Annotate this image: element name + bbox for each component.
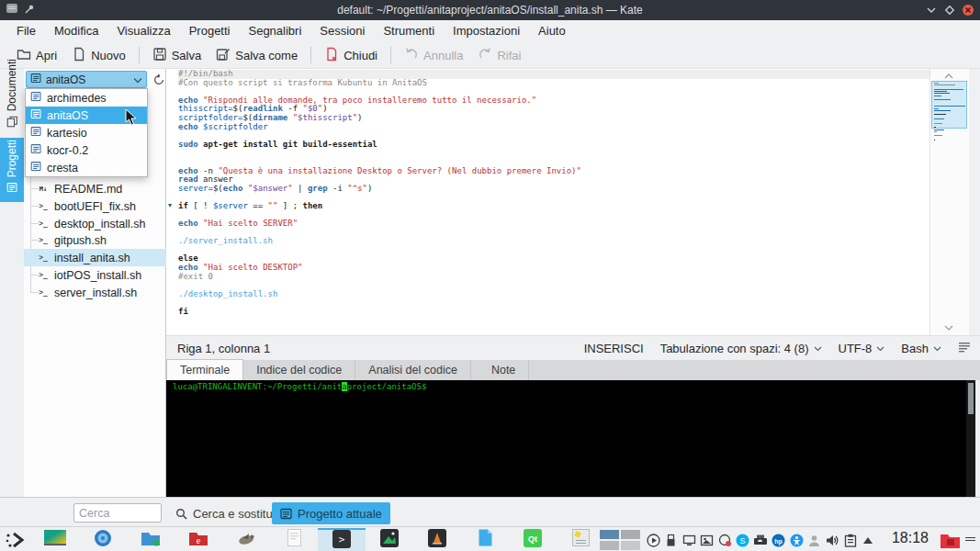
current-project-tab[interactable]: Progetto attuale (272, 502, 390, 524)
terminal-app-task[interactable]: > (318, 528, 366, 551)
file-server-install-sh[interactable]: >_server_install.sh (24, 284, 166, 301)
rifai-button[interactable]: Rifai (470, 44, 528, 67)
dropdown-item-label: archimedes (47, 92, 107, 105)
file-iotpos-install-sh[interactable]: >_iotPOS_install.sh (24, 266, 166, 284)
salva-button[interactable]: Salva (145, 44, 209, 67)
volume-tray-icon[interactable] (825, 533, 839, 547)
minimize-icon[interactable] (923, 2, 940, 18)
bird-app-task[interactable] (222, 528, 270, 551)
shell-script-icon: >_ (37, 253, 50, 262)
dropdown-item-kocr-0-2[interactable]: kocr-0.2 (26, 141, 147, 159)
menu-progetti[interactable]: Progetti (180, 21, 240, 41)
terminal-scrollbar[interactable] (966, 380, 975, 497)
code-editor[interactable]: #!/bin/bash#Con questo script si trasfor… (166, 69, 969, 335)
accessibility-tray-icon[interactable] (789, 533, 804, 547)
panel-tab-note[interactable]: Note (479, 360, 529, 380)
toolbar: ApriNuovoSalvaSalva comeChiudiAnnullaRif… (0, 42, 980, 69)
statusbar-menu-icon[interactable] (958, 342, 971, 355)
qt-app-task[interactable]: Qt (509, 528, 557, 551)
refresh-project-button[interactable] (151, 72, 166, 87)
skype-tray-icon[interactable]: S (736, 533, 750, 547)
panel-tab-terminale[interactable]: Terminale (166, 359, 243, 380)
file-gitpush-sh[interactable]: >_gitpush.sh (24, 231, 166, 249)
toolbar-button-label: Annulla (423, 49, 463, 62)
menu-impostazioni[interactable]: Impostazioni (444, 21, 529, 41)
file-readme-md[interactable]: M↓README.md (24, 180, 166, 197)
chiudi-button[interactable]: Chiudi (317, 44, 385, 67)
scroll-up-icon[interactable] (941, 72, 956, 81)
menu-file[interactable]: File (7, 21, 45, 41)
panel-tab-indice-del-codice[interactable]: Indice del codice (243, 360, 355, 380)
usb-device-tray-icon[interactable] (664, 533, 679, 547)
gray-document-task-icon (287, 529, 301, 550)
app-launcher-icon[interactable] (4, 531, 28, 549)
kate-window: default: ~/Progetti/anitaproject/anitaOS… (0, 0, 980, 551)
blue-disc-task[interactable] (79, 528, 127, 551)
encoding-selector[interactable]: UTF-8 (839, 342, 885, 355)
close-icon[interactable] (960, 2, 976, 18)
clipboard-tray-icon[interactable] (843, 533, 858, 547)
image-tray-icon[interactable] (700, 533, 715, 547)
file-desktop-install-sh[interactable]: >_desktop_install.sh (24, 215, 166, 232)
new-document-icon (72, 47, 86, 64)
menu-modifica[interactable]: Modifica (45, 21, 107, 41)
minimap-viewport[interactable] (931, 81, 967, 129)
panel-tab-analisi-del-codice[interactable]: Analisi del codice (355, 360, 471, 380)
nuovo-button[interactable]: Nuovo (64, 44, 133, 67)
menu-segnalibri[interactable]: Segnalibri (239, 21, 310, 41)
annulla-button[interactable]: Annulla (397, 44, 470, 67)
hp-tray-icon[interactable]: hp (772, 533, 786, 547)
cursor-position[interactable]: Riga 1, colonna 1 (177, 342, 270, 355)
editor-scrollbar[interactable] (929, 69, 969, 335)
svg-text:e: e (197, 535, 201, 545)
display-tray-icon[interactable] (681, 533, 696, 547)
toolbar-separator (139, 47, 140, 63)
shell-script-icon: >_ (37, 219, 50, 228)
notifier-tray-icon[interactable] (717, 533, 732, 547)
scroll-down-icon[interactable] (941, 323, 956, 332)
dark-photo-task-icon (380, 529, 399, 551)
media-player-tray-icon[interactable] (646, 533, 660, 547)
menu-sessioni[interactable]: Sessioni (310, 21, 374, 41)
project-combobox[interactable]: anitaOS (26, 71, 147, 88)
insert-mode[interactable]: INSERISCI (584, 342, 644, 355)
dropdown-item-cresta[interactable]: cresta (26, 159, 147, 176)
expand-tray-icon[interactable] (861, 533, 875, 547)
sidebar-tab-progetti[interactable]: Progetti (0, 138, 24, 202)
panel-menu-icon[interactable] (963, 532, 977, 546)
red-folder-icon[interactable] (939, 530, 961, 549)
maximize-icon[interactable] (941, 2, 958, 18)
language-selector[interactable]: Bash (901, 342, 941, 355)
red-folder-e-task[interactable]: e (175, 528, 222, 551)
clock[interactable]: 18:18 (884, 530, 937, 546)
titlebar[interactable]: default: ~/Progetti/anitaproject/anitaOS… (0, 0, 980, 20)
project-icon (30, 73, 42, 87)
desktop-wallpaper-task[interactable] (31, 528, 79, 551)
sidebar-tab-documenti[interactable]: Documenti (0, 72, 24, 136)
gray-document-task[interactable] (270, 528, 318, 551)
menu-aiuto[interactable]: Aiuto (529, 21, 575, 41)
sidebar-tabstrip: DocumentiProgetti (0, 69, 24, 497)
desktop-pager[interactable] (599, 530, 641, 550)
terminal-panel[interactable]: luca@TRINGALINVENT:~/Progetti/anitaproje… (166, 380, 975, 497)
yellow-grid-task-icon (572, 529, 590, 550)
tab-mode-selector[interactable]: Tabulazione con spazi: 4 (8) (660, 342, 822, 355)
yellow-grid-task[interactable] (557, 528, 604, 551)
user-tray-icon[interactable] (807, 533, 822, 547)
salva-come-button[interactable]: Salva come (208, 44, 305, 67)
red-folder-e-task-icon: e (188, 530, 208, 550)
search-input[interactable] (73, 503, 162, 523)
fold-marker-icon[interactable]: ▾ (168, 201, 172, 209)
menu-visualizza[interactable]: Visualizza (107, 21, 179, 41)
file-bootuefi-fix-sh[interactable]: >_bootUEFI_fix.sh (24, 197, 166, 215)
media-cone-task[interactable] (413, 528, 461, 551)
menu-strumenti[interactable]: Strumenti (374, 21, 444, 41)
blue-file-task[interactable] (461, 528, 509, 551)
blue-folder-task[interactable] (127, 528, 175, 551)
file-install-anita-sh[interactable]: >_install_anita.sh (24, 249, 166, 266)
dark-photo-task[interactable] (366, 528, 413, 551)
code-line: #Con questo script si trasforma Kubuntu … (166, 79, 930, 88)
dropdown-item-archimedes[interactable]: archimedes (26, 89, 147, 107)
printer-tray-icon[interactable] (753, 533, 768, 547)
blue-disc-task-icon (94, 529, 112, 551)
